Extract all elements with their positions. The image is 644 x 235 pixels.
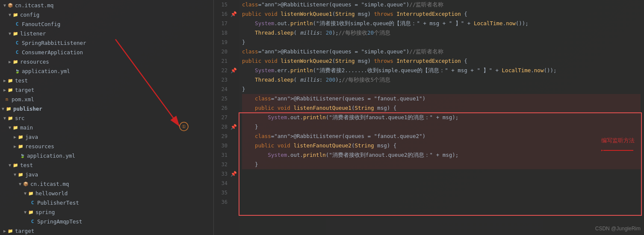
folder-icon: 📁 — [27, 190, 34, 197]
tree-label: SpringAmqpTest — [37, 217, 82, 226]
chevron-icon: ▼ — [24, 189, 27, 198]
tree-label: application.yml — [22, 67, 70, 76]
tree-label: listener — [20, 29, 46, 38]
tree-item-spring[interactable]: ▼ 📁spring — [0, 208, 213, 217]
file-tree[interactable]: ▼ 📦cn.itcast.mq▼ 📁configCFanoutConfig▼ 📁… — [0, 0, 214, 235]
folder-icon: 📁 — [12, 12, 19, 18]
tree-label: test — [20, 161, 33, 170]
tree-label: java — [25, 133, 38, 141]
tree-label: test — [15, 76, 28, 85]
code-editor: 1516171819202122232425262728293031323334… — [214, 0, 644, 235]
line-number: 19 — [216, 38, 227, 47]
gutter-icon — [230, 75, 237, 85]
chevron-icon: ▶ — [9, 58, 11, 66]
chevron-icon: ▶ — [3, 86, 6, 94]
chevron-icon: ▼ — [9, 11, 11, 19]
tree-item-java2[interactable]: ▼ 📁java — [0, 170, 213, 179]
gutter-icon — [230, 179, 237, 188]
gutter-icon — [230, 19, 237, 28]
tree-label: application.yml — [27, 152, 75, 160]
chevron-icon: ▼ — [24, 208, 27, 217]
tree-item-SpringRabbitListener[interactable]: CSpringRabbitListener — [0, 38, 213, 48]
chevron-icon: ▼ — [9, 161, 11, 170]
tree-item-test[interactable]: ▶ 📁test — [0, 76, 213, 85]
tree-item-helloworld[interactable]: ▼ 📁helloworld — [0, 189, 213, 198]
line-number: 18 — [216, 28, 227, 38]
chevron-icon: ▼ — [3, 1, 6, 10]
tree-item-PublisherTest[interactable]: CPublisherTest — [0, 198, 213, 208]
line-number: 29 — [216, 132, 227, 141]
folder-icon: 📁 — [27, 209, 34, 216]
tree-item-config[interactable]: ▼ 📁config — [0, 10, 213, 20]
gutter-icon: 📌 — [230, 9, 237, 19]
tree-item-cn-itcast-mq2[interactable]: ▼ 📦cn.itcast.mq — [0, 179, 213, 189]
yml-icon: 🍃 — [14, 68, 21, 75]
tree-item-src[interactable]: ▼ 📁src — [0, 114, 213, 123]
code-line: Thread.sleep( millis: 20);//每秒接收20个消息 — [242, 28, 641, 38]
line-number: 16 — [216, 9, 227, 19]
tree-label: resources — [20, 58, 49, 66]
chevron-icon: ▼ — [9, 29, 11, 38]
gutter-icon — [230, 103, 237, 113]
tree-label: publisher — [13, 105, 42, 113]
gutter-icon — [230, 197, 237, 207]
tree-item-resources2[interactable]: ▶ 📁resources — [0, 142, 213, 151]
tree-label: target — [15, 86, 34, 94]
code-line: public void listenWorkQueue1(String msg)… — [242, 9, 641, 19]
tree-item-resources[interactable]: ▶ 📁resources — [0, 57, 213, 67]
tree-label: target — [15, 227, 34, 235]
tree-item-pom-xml-1[interactable]: mpom.xml — [0, 95, 213, 104]
folder-icon: 📁 — [12, 162, 19, 169]
code-line: public void listenFanoutQueue2(String ms… — [242, 141, 641, 150]
tree-item-cn-itcast-mq[interactable]: ▼ 📦cn.itcast.mq — [0, 1, 213, 10]
tree-label: SpringRabbitListener — [22, 39, 86, 47]
code-line: class="ann">@RabbitListener(queues = "fa… — [242, 94, 641, 103]
line-number: 33 — [216, 169, 227, 179]
tree-item-application-yml-1[interactable]: 🍃application.yml — [0, 67, 213, 76]
tree-label: spring — [35, 208, 55, 217]
code-line: } — [242, 160, 641, 169]
folder-root-icon: 📁 — [5, 106, 12, 112]
watermark: CSDN @JungleRim — [595, 226, 641, 232]
line-number: 23 — [216, 75, 227, 85]
folder-icon: 📁 — [7, 87, 14, 94]
code-line: System.err.println("消费者接2.......收到simple… — [242, 66, 641, 75]
line-number: 15 — [216, 0, 227, 9]
tree-item-application-yml-2[interactable]: 🍃application.yml — [0, 151, 213, 161]
tree-item-listener[interactable]: ▼ 📁listener — [0, 29, 213, 38]
folder-icon: 📁 — [12, 59, 19, 65]
java-icon: C — [29, 200, 36, 206]
tree-item-main[interactable]: ▼ 📁main — [0, 123, 213, 132]
tree-item-FanoutConfig[interactable]: CFanoutConfig — [0, 20, 213, 29]
tree-item-target[interactable]: ▶ 📁target — [0, 85, 213, 95]
java-icon: C — [14, 49, 21, 56]
line-number: 20 — [216, 47, 227, 56]
tree-item-ConsumerApplication[interactable]: CConsumerApplication — [0, 48, 213, 57]
tree-item-publisher[interactable]: ▼ 📁publisher — [0, 104, 213, 114]
tree-label: src — [15, 114, 25, 123]
code-line: class="ann">@RabbitListener(queues = "si… — [242, 47, 641, 56]
line-number: 31 — [216, 150, 227, 160]
folder-icon: 📁 — [12, 30, 19, 37]
gutter-icon: 📌 — [230, 169, 237, 179]
package-icon: 📦 — [22, 181, 29, 188]
xml-icon: m — [3, 96, 10, 103]
gutter-icon — [230, 160, 237, 169]
code-line: } — [242, 122, 641, 132]
chevron-icon: ▶ — [3, 227, 6, 235]
chevron-icon: ▼ — [2, 105, 4, 113]
folder-icon: 📁 — [7, 228, 14, 235]
java-icon: C — [29, 218, 36, 225]
chevron-icon: ▼ — [3, 114, 6, 123]
tree-item-java[interactable]: ▶ 📁java — [0, 132, 213, 142]
tree-item-SpringAmqpTest[interactable]: CSpringAmqpTest — [0, 217, 213, 226]
line-number: 24 — [216, 85, 227, 94]
folder-icon: 📁 — [17, 134, 24, 141]
line-numbers: 1516171819202122232425262728293031323334… — [214, 0, 230, 235]
gutter: 📌📌📌📌 — [230, 0, 239, 235]
tree-item-target2[interactable]: ▶ 📁target — [0, 226, 213, 235]
tree-item-test2[interactable]: ▼ 📁test — [0, 161, 213, 170]
gutter-icon — [230, 28, 237, 38]
gutter-icon: 📌 — [230, 122, 237, 132]
line-number: 22 — [216, 66, 227, 75]
